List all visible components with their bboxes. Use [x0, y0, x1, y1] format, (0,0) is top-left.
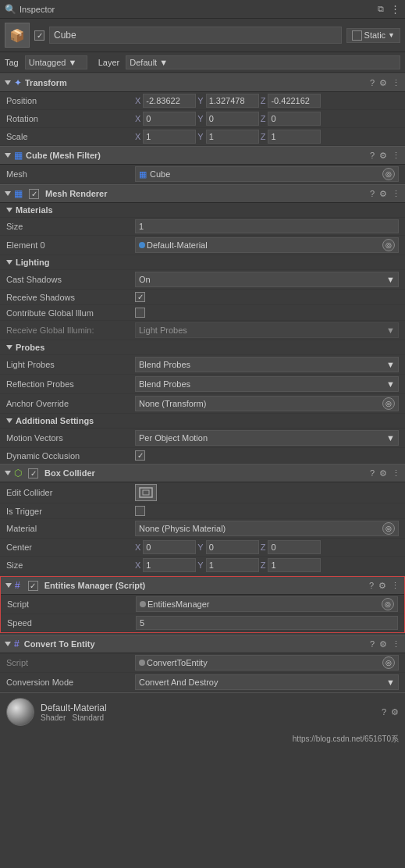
collider-size-y-input[interactable] [206, 558, 259, 572]
position-row: Position X Y Z [0, 92, 405, 110]
object-enabled-checkbox[interactable] [34, 30, 44, 41]
shader-value: Standard [73, 713, 105, 722]
materials-collapse-arrow[interactable] [6, 208, 12, 212]
center-x-input[interactable] [143, 540, 196, 554]
scale-y-input[interactable] [206, 130, 259, 144]
receive-gi-dropdown[interactable]: Light Probes ▼ [135, 322, 399, 338]
entities-manager-collapse-arrow[interactable] [5, 583, 12, 588]
mesh-select-circle[interactable]: ◎ [382, 168, 395, 180]
convert-to-entity-section-header: # Convert To Entity ? ⚙ ⋮ [0, 635, 405, 653]
material-help-icon[interactable]: ? [382, 707, 386, 717]
mesh-filter-help-icon[interactable]: ? [370, 151, 375, 160]
speed-label: Speed [7, 618, 136, 628]
anchor-override-circle[interactable]: ◎ [382, 397, 395, 410]
convert-script-field[interactable]: ConvertToEntity ◎ [135, 655, 399, 671]
contribute-gi-checkbox[interactable] [135, 308, 145, 318]
mesh-renderer-gear-icon[interactable]: ⚙ [379, 189, 387, 199]
transform-help-icon[interactable]: ? [370, 78, 375, 87]
box-collider-gear-icon[interactable]: ⚙ [379, 468, 387, 478]
additional-settings-collapse-arrow[interactable] [6, 418, 12, 423]
is-trigger-row: Is Trigger [0, 503, 405, 519]
convert-to-entity-collapse-arrow[interactable] [5, 642, 11, 646]
is-trigger-checkbox[interactable] [135, 506, 145, 516]
static-dropdown-arrow[interactable]: ▼ [388, 31, 395, 39]
entities-manager-help-icon[interactable]: ? [369, 581, 374, 590]
mesh-filter-menu-icon[interactable]: ⋮ [392, 151, 400, 161]
collider-size-y-label: Y [197, 560, 203, 570]
entities-script-field[interactable]: EntitiesManager ◎ [136, 596, 398, 612]
mesh-value: Cube [150, 169, 170, 179]
collider-size-z-input[interactable] [268, 558, 321, 572]
transform-gear-icon[interactable]: ⚙ [379, 78, 387, 88]
entities-manager-gear-icon[interactable]: ⚙ [378, 581, 386, 591]
box-collider-help-icon[interactable]: ? [370, 468, 375, 478]
rotation-y-input[interactable] [206, 112, 259, 126]
scale-x-input[interactable] [143, 130, 196, 144]
entities-manager-enabled-checkbox[interactable] [28, 581, 38, 591]
receive-gi-arrow: ▼ [386, 326, 395, 335]
transform-menu-icon[interactable]: ⋮ [392, 78, 400, 88]
position-z-input[interactable] [268, 94, 321, 108]
collider-size-z-label: Z [261, 560, 266, 570]
static-button[interactable]: Static ▼ [346, 28, 400, 43]
mesh-renderer-help-icon[interactable]: ? [370, 189, 375, 198]
materials-size-input[interactable] [135, 219, 399, 233]
conversion-mode-dropdown[interactable]: Convert And Destroy ▼ [135, 674, 399, 690]
lighting-collapse-arrow[interactable] [6, 260, 12, 265]
anchor-override-field[interactable]: None (Transform) ◎ [135, 396, 399, 411]
entities-manager-menu-icon[interactable]: ⋮ [391, 581, 400, 591]
mesh-renderer-title: Mesh Renderer [45, 189, 367, 198]
convert-to-entity-gear-icon[interactable]: ⚙ [379, 639, 387, 649]
menu-icon[interactable]: ⋮ [390, 3, 400, 15]
dynamic-occlusion-checkbox[interactable] [135, 450, 145, 461]
tag-dropdown[interactable]: Untagged ▼ [25, 55, 87, 69]
convert-to-entity-help-icon[interactable]: ? [370, 639, 375, 649]
scale-z-input[interactable] [268, 130, 321, 144]
position-x-input[interactable] [143, 94, 196, 108]
motion-vectors-dropdown[interactable]: Per Object Motion ▼ [135, 430, 399, 446]
anchor-override-row: Anchor Override None (Transform) ◎ [0, 394, 405, 414]
receive-shadows-checkbox[interactable] [135, 292, 145, 302]
entities-script-row: Script EntitiesManager ◎ [1, 595, 404, 614]
probes-collapse-arrow[interactable] [6, 345, 12, 350]
position-label: Position [6, 96, 135, 105]
convert-to-entity-menu-icon[interactable]: ⋮ [392, 639, 400, 649]
edit-collider-button[interactable] [135, 484, 157, 501]
scale-y-label: Y [197, 132, 203, 141]
center-z-input[interactable] [268, 540, 321, 554]
speed-input[interactable] [136, 616, 398, 630]
position-y-input[interactable] [206, 94, 259, 108]
box-collider-collapse-arrow[interactable] [5, 471, 11, 475]
collider-size-x-input[interactable] [143, 558, 196, 572]
convert-script-circle[interactable]: ◎ [382, 656, 395, 669]
edit-collider-svg [138, 486, 154, 499]
collider-material-circle[interactable]: ◎ [382, 522, 395, 535]
box-collider-menu-icon[interactable]: ⋮ [392, 468, 400, 478]
mesh-filter-gear-icon[interactable]: ⚙ [379, 151, 387, 161]
rotation-x-input[interactable] [143, 112, 196, 126]
light-probes-dropdown[interactable]: Blend Probes ▼ [135, 357, 399, 372]
collider-material-field[interactable]: None (Physic Material) ◎ [135, 521, 399, 536]
center-y-input[interactable] [206, 540, 259, 554]
pin-icon: ⧉ [378, 4, 384, 14]
cast-shadows-dropdown[interactable]: On ▼ [135, 272, 399, 287]
edit-collider-row: Edit Collider [0, 482, 405, 503]
transform-collapse-arrow[interactable] [5, 80, 11, 85]
box-collider-enabled-checkbox[interactable] [28, 468, 38, 478]
rotation-z-input[interactable] [268, 112, 321, 126]
reflection-probes-dropdown[interactable]: Blend Probes ▼ [135, 376, 399, 392]
mesh-value-field[interactable]: ▦ Cube ◎ [135, 166, 399, 182]
mesh-renderer-menu-icon[interactable]: ⋮ [392, 189, 400, 199]
mesh-renderer-enabled-checkbox[interactable] [29, 189, 39, 199]
mesh-renderer-collapse-arrow[interactable] [5, 191, 11, 196]
element0-select-circle[interactable]: ◎ [382, 239, 395, 251]
entities-script-circle[interactable]: ◎ [382, 598, 394, 610]
shader-label: Shader [41, 713, 66, 722]
object-name-input[interactable] [49, 27, 342, 44]
element0-dot [139, 242, 145, 248]
static-checkbox[interactable] [352, 30, 362, 41]
element0-value-field[interactable]: Default-Material ◎ [135, 237, 399, 253]
material-gear-icon[interactable]: ⚙ [391, 707, 399, 717]
mesh-filter-collapse-arrow[interactable] [5, 153, 11, 158]
layer-dropdown[interactable]: Default ▼ [126, 55, 400, 69]
